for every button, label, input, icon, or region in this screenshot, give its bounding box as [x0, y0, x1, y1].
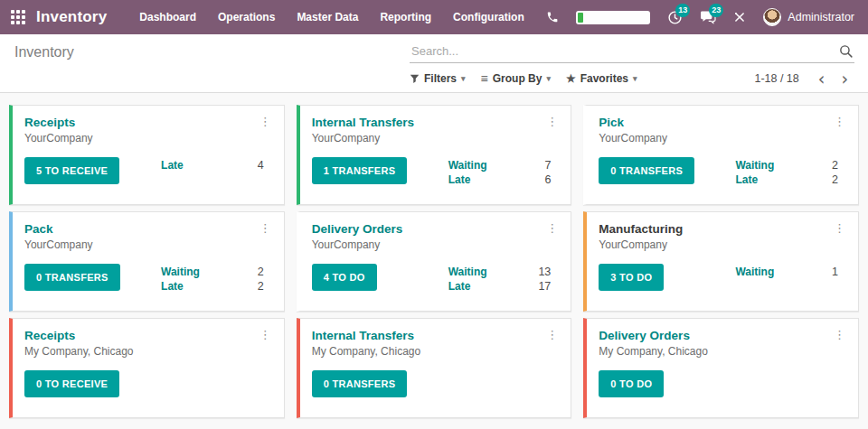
user-menu[interactable]: Administrator — [763, 8, 854, 26]
card-stats: Waiting2Late2 — [161, 265, 264, 294]
card-title[interactable]: Delivery Orders — [599, 329, 708, 342]
card-company: YourCompany — [599, 238, 683, 251]
kebab-menu-icon[interactable]: ⋮ — [832, 116, 847, 145]
card-title[interactable]: Internal Transfers — [312, 116, 414, 129]
stat-row: Waiting2 — [735, 158, 838, 173]
chevron-down-icon: ▾ — [461, 74, 466, 83]
kebab-menu-icon[interactable]: ⋮ — [544, 222, 560, 251]
stat-value[interactable]: 2 — [832, 158, 838, 173]
messages-chat-icon[interactable]: 23 — [700, 10, 716, 24]
star-icon: ★ — [566, 72, 576, 85]
stat-row: Waiting2 — [161, 265, 264, 279]
card-action-button[interactable]: 0 TRANSFERS — [599, 157, 694, 184]
search-panel: Filters ▾ ≡ Group By ▾ ★ Favorites ▾ 1-1… — [410, 34, 854, 92]
stat-row: Late4 — [161, 158, 264, 173]
card-title[interactable]: Pack — [24, 222, 93, 236]
card-action-button[interactable]: 5 TO RECEIVE — [24, 157, 119, 184]
kebab-menu-icon[interactable]: ⋮ — [544, 329, 560, 358]
stat-row: Late2 — [735, 173, 838, 187]
stat-label[interactable]: Waiting — [735, 265, 774, 279]
card-action-button[interactable]: 0 TRANSFERS — [312, 370, 408, 397]
card-stats: Late4 — [161, 158, 264, 173]
card-company: YourCompany — [24, 238, 93, 251]
app-title: Inventory — [36, 8, 107, 26]
card-title[interactable]: Receipts — [24, 329, 134, 342]
stat-row: Late2 — [161, 279, 264, 294]
card-stats: Waiting1 — [735, 265, 838, 279]
card-company: YourCompany — [312, 238, 403, 251]
kebab-menu-icon[interactable]: ⋮ — [258, 329, 273, 358]
stat-value[interactable]: 7 — [544, 158, 551, 173]
group-by-dropdown[interactable]: ≡ Group By ▾ — [481, 71, 551, 86]
stat-value[interactable]: 2 — [258, 265, 264, 279]
stat-label[interactable]: Late — [448, 173, 471, 187]
tools-icon[interactable] — [733, 11, 746, 23]
menu-dashboard[interactable]: Dashboard — [130, 7, 205, 27]
stat-label[interactable]: Late — [161, 279, 184, 294]
apps-grid-icon[interactable] — [11, 10, 25, 24]
kanban-card: Delivery OrdersMy Company, Chicago⋮0 TO … — [583, 318, 859, 418]
stat-label[interactable]: Waiting — [448, 158, 487, 173]
menu-master-data[interactable]: Master Data — [288, 7, 367, 27]
stat-label[interactable]: Waiting — [448, 265, 487, 279]
stat-label[interactable]: Late — [161, 158, 184, 173]
kebab-menu-icon[interactable]: ⋮ — [832, 222, 847, 251]
kebab-menu-icon[interactable]: ⋮ — [544, 116, 560, 145]
stat-row: Late6 — [448, 173, 552, 187]
menu-operations[interactable]: Operations — [209, 7, 284, 27]
card-stats: Waiting7Late6 — [448, 158, 552, 187]
stat-row: Waiting1 — [735, 265, 838, 279]
search-input[interactable] — [410, 42, 854, 63]
stat-label[interactable]: Waiting — [735, 158, 774, 173]
message-count-badge: 23 — [709, 4, 723, 17]
phone-icon[interactable] — [546, 11, 559, 23]
stat-label[interactable]: Late — [448, 279, 471, 294]
card-action-button[interactable]: 0 TO DO — [599, 370, 664, 397]
stat-value[interactable]: 4 — [258, 158, 264, 173]
favorites-dropdown[interactable]: ★ Favorites ▾ — [566, 72, 637, 85]
kanban-card: PickYourCompany⋮0 TRANSFERSWaiting2Late2 — [583, 105, 859, 205]
card-company: My Company, Chicago — [312, 345, 421, 358]
card-action-button[interactable]: 1 TRANSFERS — [312, 157, 408, 184]
stat-label[interactable]: Waiting — [161, 265, 200, 279]
activity-count-badge: 13 — [675, 4, 690, 17]
card-title[interactable]: Receipts — [24, 116, 93, 129]
timer-progress-widget[interactable] — [576, 11, 650, 24]
stat-label[interactable]: Late — [735, 173, 758, 187]
stat-value[interactable]: 2 — [258, 279, 264, 294]
stat-value[interactable]: 2 — [832, 173, 838, 187]
search-icon[interactable] — [838, 43, 854, 62]
card-action-button[interactable]: 4 TO DO — [312, 264, 377, 291]
card-title[interactable]: Delivery Orders — [312, 222, 403, 236]
menu-configuration[interactable]: Configuration — [444, 7, 533, 27]
systray: 13 23 Administrator — [546, 8, 854, 26]
card-title[interactable]: Manufacturing — [599, 222, 683, 236]
timer-progress-fill — [578, 13, 583, 23]
card-stats: Waiting2Late2 — [735, 158, 838, 187]
pager-next-button[interactable]: › — [835, 72, 854, 85]
card-action-button[interactable]: 0 TRANSFERS — [24, 264, 120, 291]
filters-dropdown[interactable]: Filters ▾ — [410, 72, 466, 85]
stat-value[interactable]: 17 — [538, 279, 551, 294]
group-by-icon: ≡ — [481, 71, 488, 86]
card-action-button[interactable]: 0 TO RECEIVE — [24, 370, 119, 397]
kebab-menu-icon[interactable]: ⋮ — [258, 222, 273, 251]
pager: 1-18 / 18 ‹ › — [754, 72, 854, 85]
user-avatar — [763, 8, 781, 26]
stat-row: Late17 — [448, 279, 552, 294]
kebab-menu-icon[interactable]: ⋮ — [832, 329, 847, 358]
kebab-menu-icon[interactable]: ⋮ — [258, 116, 273, 145]
kanban-card: PackYourCompany⋮0 TRANSFERSWaiting2Late2 — [9, 211, 285, 312]
card-action-button[interactable]: 3 TO DO — [599, 264, 664, 291]
card-title[interactable]: Pick — [599, 116, 667, 129]
facet-row: Filters ▾ ≡ Group By ▾ ★ Favorites ▾ 1-1… — [410, 71, 854, 86]
kanban-card: Internal TransfersYourCompany⋮1 TRANSFER… — [297, 105, 572, 205]
stat-value[interactable]: 1 — [832, 265, 838, 279]
control-panel: Inventory Filters ▾ ≡ Group By ▾ ★ Favor… — [0, 34, 868, 93]
activity-clock-icon[interactable]: 13 — [667, 10, 683, 25]
menu-reporting[interactable]: Reporting — [371, 7, 440, 27]
card-title[interactable]: Internal Transfers — [312, 329, 421, 342]
stat-value[interactable]: 6 — [544, 173, 551, 187]
pager-previous-button[interactable]: ‹ — [812, 72, 832, 85]
stat-value[interactable]: 13 — [538, 265, 551, 279]
